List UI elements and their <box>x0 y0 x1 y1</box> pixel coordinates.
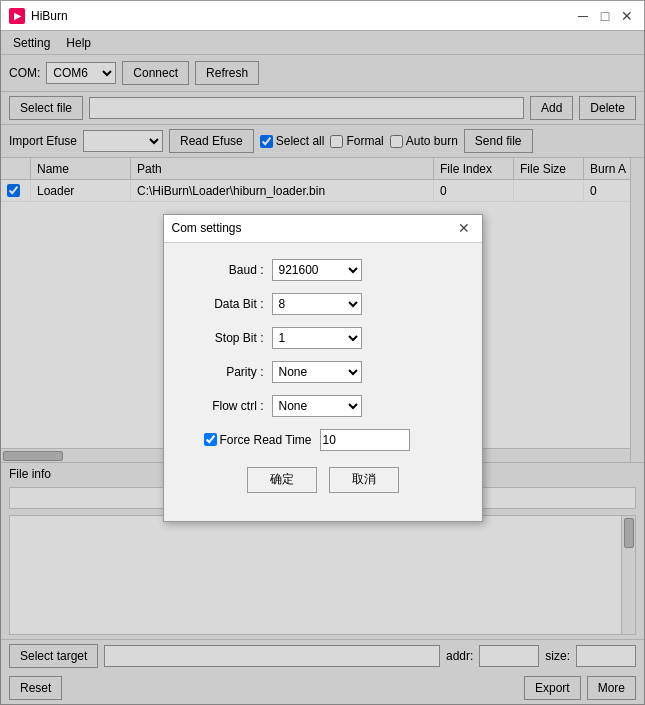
data-bit-label: Data Bit : <box>184 297 264 311</box>
force-read-label[interactable]: Force Read Time <box>204 433 312 447</box>
minimize-button[interactable]: ─ <box>574 7 592 25</box>
flow-ctrl-label: Flow ctrl : <box>184 399 264 413</box>
baud-label: Baud : <box>184 263 264 277</box>
dialog-overlay: Com settings ✕ Baud : 921600 115200 5760… <box>0 30 645 705</box>
dialog-body: Baud : 921600 115200 57600 38400 Data Bi… <box>164 243 482 521</box>
data-bit-row: Data Bit : 8 7 6 5 <box>184 293 462 315</box>
stop-bit-row: Stop Bit : 1 1.5 2 <box>184 327 462 349</box>
parity-row: Parity : None Odd Even <box>184 361 462 383</box>
maximize-button[interactable]: □ <box>596 7 614 25</box>
baud-row: Baud : 921600 115200 57600 38400 <box>184 259 462 281</box>
parity-label: Parity : <box>184 365 264 379</box>
data-bit-select[interactable]: 8 7 6 5 <box>272 293 362 315</box>
dialog-title-bar: Com settings ✕ <box>164 215 482 243</box>
title-bar: ▶ HiBurn ─ □ ✕ <box>1 1 644 31</box>
dialog-buttons: 确定 取消 <box>184 467 462 505</box>
window-controls: ─ □ ✕ <box>574 7 636 25</box>
com-settings-dialog: Com settings ✕ Baud : 921600 115200 5760… <box>163 214 483 522</box>
stop-bit-label: Stop Bit : <box>184 331 264 345</box>
flow-ctrl-select[interactable]: None Hardware Software <box>272 395 362 417</box>
dialog-close-button[interactable]: ✕ <box>454 218 474 238</box>
app-icon: ▶ <box>9 8 25 24</box>
baud-select[interactable]: 921600 115200 57600 38400 <box>272 259 362 281</box>
force-read-text: Force Read Time <box>220 433 312 447</box>
confirm-button[interactable]: 确定 <box>247 467 317 493</box>
window-title: HiBurn <box>31 9 574 23</box>
dialog-title: Com settings <box>172 221 454 235</box>
main-window: ▶ HiBurn ─ □ ✕ Setting Help COM: COM6 CO… <box>0 0 645 705</box>
force-read-row: Force Read Time <box>184 429 462 451</box>
parity-select[interactable]: None Odd Even <box>272 361 362 383</box>
force-read-input[interactable] <box>320 429 410 451</box>
flow-ctrl-row: Flow ctrl : None Hardware Software <box>184 395 462 417</box>
close-button[interactable]: ✕ <box>618 7 636 25</box>
stop-bit-select[interactable]: 1 1.5 2 <box>272 327 362 349</box>
cancel-button[interactable]: 取消 <box>329 467 399 493</box>
force-read-checkbox[interactable] <box>204 433 217 446</box>
